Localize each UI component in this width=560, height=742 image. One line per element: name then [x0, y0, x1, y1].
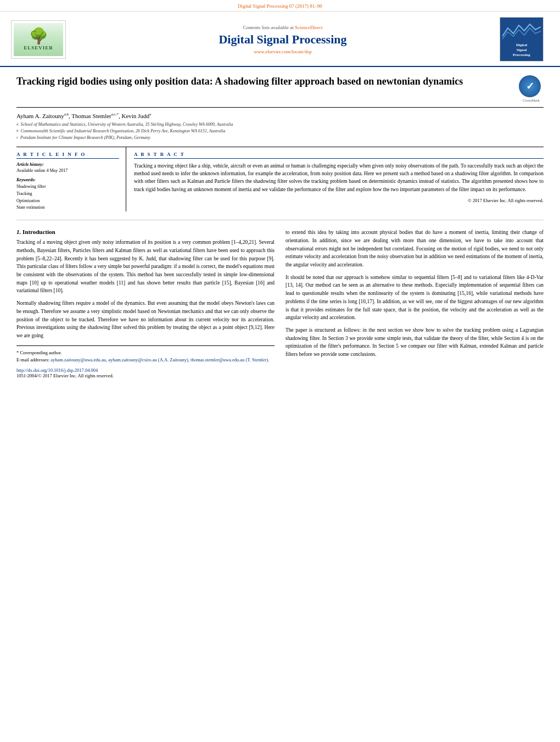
paper-title-section: Tracking rigid bodies using only positio…	[16, 75, 544, 108]
author-zaitouny-sup: a,b	[64, 112, 69, 116]
keyword-tracking: Tracking	[16, 191, 119, 198]
author-judd-sup: a	[149, 112, 151, 116]
keywords-list: Shadowing filter Tracking Optimization S…	[16, 183, 119, 211]
sciencedirect-link[interactable]: ScienceDirect	[295, 25, 322, 30]
column-right: to extend this idea by taking into accou…	[285, 228, 544, 378]
crossmark-icon: ✓	[519, 75, 541, 97]
affiliations: a School of Mathematics and Statistics, …	[16, 121, 544, 141]
section1-number: 1.	[16, 228, 21, 235]
keyword-state-estimation: State estimation	[16, 204, 119, 211]
copyright: © 2017 Elsevier Inc. All rights reserved…	[134, 198, 544, 203]
issn-text: 1051-2004/© 2017 Elsevier Inc. All right…	[16, 373, 114, 378]
article-info-title: A R T I C L E I N F O	[16, 152, 119, 159]
journal-reference: Digital Signal Processing 67 (2017) 81–9…	[0, 0, 560, 12]
contents-available: Contents lists available at ScienceDirec…	[71, 25, 494, 30]
section1-para2: Normally shadowing filters require a mod…	[16, 299, 275, 340]
authors-line: Ayham A. Zaitounya,b, Thomas Stemlera,c,…	[16, 112, 544, 119]
article-info: A R T I C L E I N F O Article history: A…	[16, 147, 126, 211]
journal-title-block: Contents lists available at ScienceDirec…	[71, 25, 494, 54]
abstract-title: A B S T R A C T	[134, 152, 544, 159]
emails-label: E-mail addresses:	[16, 357, 49, 362]
abstract-section: A B S T R A C T Tracking a moving object…	[126, 147, 544, 211]
keyword-optimization: Optimization	[16, 198, 119, 205]
doi-link[interactable]: http://dx.doi.org/10.1016/j.dsp.2017.04.…	[16, 367, 98, 373]
journal-header: 🌳 ELSEVIER Contents lists available at S…	[0, 12, 560, 67]
dsp-logo: Digital Signal Processing	[500, 17, 544, 62]
main-content: Tracking rigid bodies using only positio…	[0, 67, 560, 387]
column-left: 1. Introduction Tracking of a moving obj…	[16, 228, 275, 378]
dsp-logo-text: Digital Signal Processing	[513, 43, 530, 57]
footnotes: * Corresponding author. E-mail addresses…	[16, 345, 275, 364]
paper-title: Tracking rigid bodies using only positio…	[16, 75, 519, 88]
section1-para1: Tracking of a moving object given only n…	[16, 238, 275, 295]
section1-right-para1: to extend this idea by taking into accou…	[285, 228, 544, 269]
elsevier-wordmark: ELSEVIER	[24, 45, 53, 51]
crossmark: ✓ CrossMark	[519, 75, 544, 103]
article-available: Available online 4 May 2017	[16, 168, 119, 173]
elsevier-logo: 🌳 ELSEVIER	[11, 20, 66, 59]
info-abstract-row: A R T I C L E I N F O Article history: A…	[16, 147, 544, 211]
footnote-emails: E-mail addresses: ayham.zaitouny@uwa.edu…	[16, 356, 275, 364]
section1-title: Introduction	[23, 228, 55, 235]
abstract-text: Tracking a moving object like a ship, ve…	[134, 162, 544, 193]
crossmark-label: CrossMark	[519, 98, 544, 103]
author-stemler: Thomas Stemler	[71, 113, 111, 119]
doi-section: http://dx.doi.org/10.1016/j.dsp.2017.04.…	[16, 367, 275, 378]
elsevier-tree-icon: 🌳	[29, 29, 48, 44]
affiliation-a: a School of Mathematics and Statistics, …	[16, 121, 544, 128]
section1-heading: 1. Introduction	[16, 228, 275, 235]
keywords-label: Keywords:	[16, 177, 119, 182]
journal-url: www.elsevier.com/locate/dsp	[71, 49, 494, 54]
author-judd: Kevin Judd	[121, 113, 149, 119]
section1-right-para2: It should be noted that our approach is …	[285, 274, 544, 322]
journal-ref-text: Digital Signal Processing 67 (2017) 81–9…	[238, 3, 322, 9]
author-stemler-sup: a,c,*	[111, 112, 119, 116]
journal-name: Digital Signal Processing	[71, 32, 494, 47]
footnote-corresponding: * Corresponding author.	[16, 349, 275, 356]
svg-rect-0	[502, 20, 541, 42]
keyword-shadowing: Shadowing filter	[16, 183, 119, 191]
affiliation-b: b Commonwealth Scientific and Industrial…	[16, 128, 544, 135]
article-history-label: Article history:	[16, 162, 119, 167]
email-links[interactable]: ayham.zaitouny@uwa.edu.au, ayham.zaitoun…	[51, 357, 269, 362]
body-columns: 1. Introduction Tracking of a moving obj…	[16, 228, 544, 378]
section-divider	[16, 220, 544, 220]
author-zaitouny: Ayham A. Zaitouny	[16, 113, 64, 119]
section1-right-para3: The paper is structured as follows: in t…	[285, 326, 544, 359]
affiliation-c: c Potsdam Institute for Climate Impact R…	[16, 135, 544, 141]
